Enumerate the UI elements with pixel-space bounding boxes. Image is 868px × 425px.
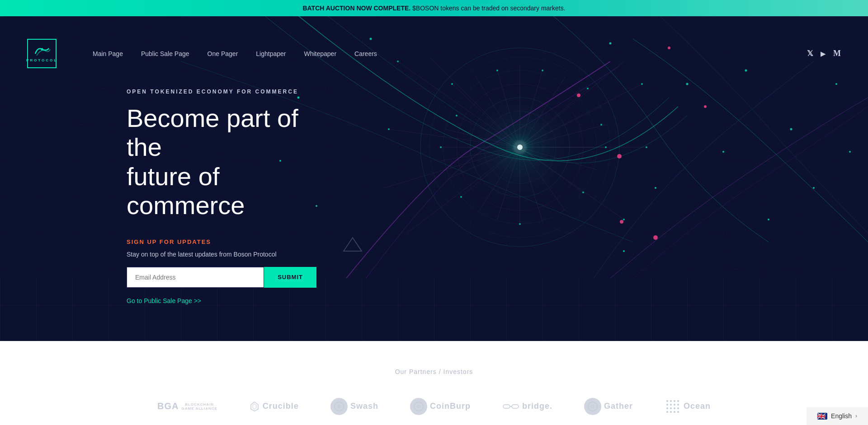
svg-point-47 bbox=[605, 146, 607, 148]
svg-point-68 bbox=[768, 219, 769, 220]
svg-point-104 bbox=[677, 404, 679, 406]
svg-point-88 bbox=[41, 48, 43, 51]
partner-bridge: bridge. bbox=[502, 401, 552, 412]
nav-whitepaper[interactable]: Whitepaper bbox=[304, 50, 336, 57]
email-input[interactable] bbox=[127, 267, 264, 288]
nav-links: Main Page Public Sale Page One Pager Lig… bbox=[93, 50, 798, 57]
svg-point-106 bbox=[670, 407, 672, 409]
svg-point-65 bbox=[686, 83, 689, 85]
nav-social: 𝕏 ▶ M bbox=[807, 49, 841, 58]
hero-subtitle: Open Tokenized Economy for Commerce bbox=[127, 89, 335, 95]
svg-point-66 bbox=[722, 151, 724, 153]
svg-point-108 bbox=[677, 407, 679, 409]
svg-point-57 bbox=[388, 128, 390, 130]
svg-point-107 bbox=[674, 407, 675, 409]
crucible-icon bbox=[249, 401, 260, 412]
medium-icon[interactable]: M bbox=[833, 49, 841, 58]
language-label: English bbox=[831, 412, 852, 420]
partners-section: Our Partners / Investors BGA BLOCKCHAING… bbox=[0, 341, 868, 425]
svg-point-75 bbox=[620, 220, 623, 224]
svg-point-69 bbox=[790, 128, 793, 131]
svg-point-98 bbox=[670, 400, 672, 402]
nav-one-pager[interactable]: One Pager bbox=[208, 50, 238, 57]
gather-icon: G bbox=[584, 398, 601, 415]
partner-gather: G Gather bbox=[584, 398, 633, 415]
svg-point-49 bbox=[519, 223, 521, 225]
svg-rect-92 bbox=[503, 405, 510, 408]
partner-swash: S Swash bbox=[330, 398, 378, 415]
partners-row: BGA BLOCKCHAINGAME ALLIANCE Crucible S S… bbox=[9, 398, 859, 415]
navbar: PROTOCOL Main Page Public Sale Page One … bbox=[0, 32, 868, 75]
bridge-icon bbox=[502, 401, 519, 412]
logo-box: PROTOCOL bbox=[27, 39, 57, 68]
svg-point-72 bbox=[849, 151, 851, 153]
partners-title: Our Partners / Investors bbox=[9, 368, 859, 375]
svg-point-56 bbox=[623, 219, 625, 220]
svg-point-105 bbox=[666, 407, 668, 409]
youtube-icon[interactable]: ▶ bbox=[821, 50, 826, 58]
signup-description: Stay on top of the latest updates from B… bbox=[127, 251, 335, 258]
signup-label: Sign up for updates bbox=[127, 238, 335, 245]
announcement-bold: BATCH AUCTION NOW COMPLETE. bbox=[302, 5, 410, 12]
partner-coinburp: CoinBurp bbox=[410, 398, 471, 415]
submit-button[interactable]: SUBMIT bbox=[264, 267, 316, 288]
coinburp-icon bbox=[410, 398, 427, 415]
nav-lightpaper[interactable]: Lightpaper bbox=[256, 50, 286, 57]
svg-point-52 bbox=[456, 115, 458, 117]
svg-point-110 bbox=[670, 411, 672, 413]
svg-point-97 bbox=[666, 400, 668, 402]
logo-text: PROTOCOL bbox=[26, 58, 57, 62]
nav-careers[interactable]: Careers bbox=[354, 50, 377, 57]
partner-bga: BGA BLOCKCHAINGAME ALLIANCE bbox=[157, 401, 217, 411]
hero-title-line1: Become part of the bbox=[127, 104, 298, 161]
svg-point-103 bbox=[674, 404, 675, 406]
svg-text:G: G bbox=[590, 404, 595, 409]
svg-point-45 bbox=[587, 88, 589, 89]
svg-point-112 bbox=[677, 411, 679, 413]
hero-section: PROTOCOL Main Page Public Sale Page One … bbox=[0, 16, 868, 341]
svg-text:S: S bbox=[337, 404, 341, 409]
svg-point-70 bbox=[813, 187, 815, 189]
svg-point-71 bbox=[835, 83, 837, 85]
flag-icon bbox=[817, 413, 827, 420]
svg-point-102 bbox=[670, 404, 672, 406]
svg-point-101 bbox=[666, 404, 668, 406]
svg-point-42 bbox=[451, 83, 453, 85]
svg-point-77 bbox=[704, 105, 707, 108]
logo-icon bbox=[33, 45, 51, 57]
svg-rect-93 bbox=[512, 405, 519, 408]
svg-point-109 bbox=[666, 411, 668, 413]
svg-point-91 bbox=[414, 402, 423, 411]
svg-point-50 bbox=[460, 196, 462, 198]
svg-point-99 bbox=[674, 400, 675, 402]
twitter-icon[interactable]: 𝕏 bbox=[807, 49, 813, 58]
logo[interactable]: PROTOCOL bbox=[27, 39, 57, 68]
hero-title-line2: future of commerce bbox=[127, 162, 245, 220]
svg-point-100 bbox=[677, 400, 679, 402]
partner-crucible: Crucible bbox=[249, 401, 299, 412]
chevron-right-icon: › bbox=[855, 413, 857, 419]
announcement-text: $BOSON tokens can be traded on secondary… bbox=[412, 5, 566, 12]
svg-point-46 bbox=[600, 124, 602, 126]
svg-point-111 bbox=[674, 411, 675, 413]
email-form: SUBMIT bbox=[127, 267, 316, 288]
svg-point-76 bbox=[653, 235, 658, 240]
language-selector[interactable]: English › bbox=[807, 407, 868, 425]
svg-point-54 bbox=[641, 83, 643, 85]
svg-point-74 bbox=[617, 154, 622, 159]
nav-main-page[interactable]: Main Page bbox=[93, 50, 123, 57]
ocean-icon bbox=[665, 398, 681, 415]
swash-icon: S bbox=[330, 398, 348, 415]
svg-point-73 bbox=[577, 93, 580, 97]
sale-page-link[interactable]: Go to Public Sale Page >> bbox=[127, 297, 201, 304]
svg-point-55 bbox=[646, 146, 647, 148]
svg-point-63 bbox=[623, 250, 625, 252]
partner-ocean: Ocean bbox=[665, 398, 711, 415]
nav-public-sale[interactable]: Public Sale Page bbox=[141, 50, 189, 57]
svg-point-51 bbox=[440, 146, 442, 148]
svg-point-64 bbox=[655, 187, 656, 189]
announcement-bar: BATCH AUCTION NOW COMPLETE. $BOSON token… bbox=[0, 0, 868, 16]
hero-title: Become part of the future of commerce bbox=[127, 104, 335, 220]
